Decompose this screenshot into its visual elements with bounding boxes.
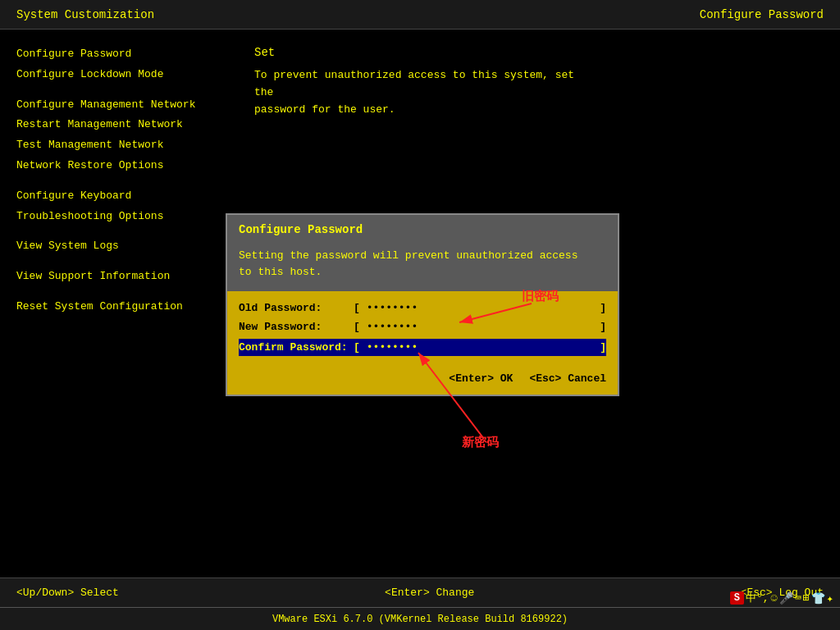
configure-password-dialog: Configure Password Setting the password …: [226, 213, 619, 396]
footer-text: VMware ESXi 6.7.0 (VMKernel Release Buil…: [272, 614, 568, 625]
systray-keyboard-icon: ⌨: [795, 591, 801, 605]
systray-emoji1: ☺: [771, 591, 778, 605]
sidebar-item-troubleshooting[interactable]: Troubleshooting Options: [16, 208, 213, 226]
description: To prevent unauthorized access to this s…: [254, 67, 599, 118]
sidebar-item-configure-lockdown[interactable]: Configure Lockdown Mode: [16, 66, 213, 84]
old-password-label: Old Password:: [239, 302, 354, 314]
bottom-bar-center: <Enter> Change: [385, 587, 474, 599]
new-password-input[interactable]: [363, 320, 596, 334]
old-password-row: Old Password: [ ]: [239, 301, 606, 315]
sidebar-group-2: Configure Management Network Restart Man…: [16, 97, 213, 175]
dialog-fields: Old Password: [ ] New Password: [ ] Conf…: [227, 291, 618, 366]
sidebar-item-configure-mgmt-network[interactable]: Configure Management Network: [16, 97, 213, 114]
systray-star-icon: ✦: [827, 591, 833, 605]
confirm-password-row: Confirm Password: [ ]: [239, 339, 606, 356]
dialog-title: Configure Password: [227, 215, 618, 244]
dialog-actions: <Enter> OK <Esc> Cancel: [227, 366, 618, 395]
top-bar: System Customization Configure Password: [0, 0, 840, 30]
bottom-bar-left: <Up/Down> Select: [16, 587, 119, 599]
top-bar-right: Configure Password: [700, 8, 824, 21]
top-bar-left: System Customization: [16, 8, 154, 21]
sidebar-item-network-restore[interactable]: Network Restore Options: [16, 158, 213, 175]
bottom-bar: <Up/Down> Select <Enter> Change <Esc> Lo…: [0, 578, 840, 607]
new-password-label: New Password:: [239, 321, 354, 333]
old-password-input[interactable]: [363, 301, 596, 315]
sidebar: Configure Password Configure Lockdown Mo…: [0, 30, 230, 578]
sidebar-item-configure-password[interactable]: Configure Password: [16, 46, 213, 63]
sidebar-item-view-support[interactable]: View Support Information: [16, 268, 213, 285]
sidebar-item-restart-mgmt-network[interactable]: Restart Management Network: [16, 116, 213, 134]
systray-mic-icon: 🎤: [779, 591, 793, 605]
cancel-button[interactable]: <Esc> Cancel: [529, 372, 606, 385]
sidebar-item-configure-keyboard[interactable]: Configure Keyboard: [16, 188, 213, 205]
set-label: Set: [254, 46, 815, 59]
sidebar-group-5: View Support Information: [16, 268, 213, 285]
systray-text: 中°,: [746, 591, 769, 605]
systray: S 中°, ☺ 🎤 ⌨ ⊞ 👕 ✦: [730, 591, 833, 605]
systray-grid-icon: ⊞: [803, 591, 810, 605]
dialog-description: Setting the password will prevent unauth…: [227, 244, 618, 291]
sidebar-group-3: Configure Keyboard Troubleshooting Optio…: [16, 188, 213, 226]
sidebar-item-view-logs[interactable]: View System Logs: [16, 238, 213, 255]
new-password-row: New Password: [ ]: [239, 320, 606, 334]
sidebar-group-6: Reset System Configuration: [16, 299, 213, 316]
sidebar-item-test-mgmt-network[interactable]: Test Management Network: [16, 137, 213, 154]
footer-bar: VMware ESXi 6.7.0 (VMKernel Release Buil…: [0, 607, 840, 630]
confirm-password-input[interactable]: [363, 340, 596, 354]
confirm-password-label: Confirm Password:: [239, 341, 354, 354]
sidebar-group-4: View System Logs: [16, 238, 213, 255]
sidebar-group-1: Configure Password Configure Lockdown Mo…: [16, 46, 213, 84]
sidebar-item-reset-config[interactable]: Reset System Configuration: [16, 299, 213, 316]
systray-shirt-icon: 👕: [811, 591, 825, 605]
systray-s-icon: S: [730, 591, 744, 605]
ok-button[interactable]: <Enter> OK: [449, 372, 513, 385]
